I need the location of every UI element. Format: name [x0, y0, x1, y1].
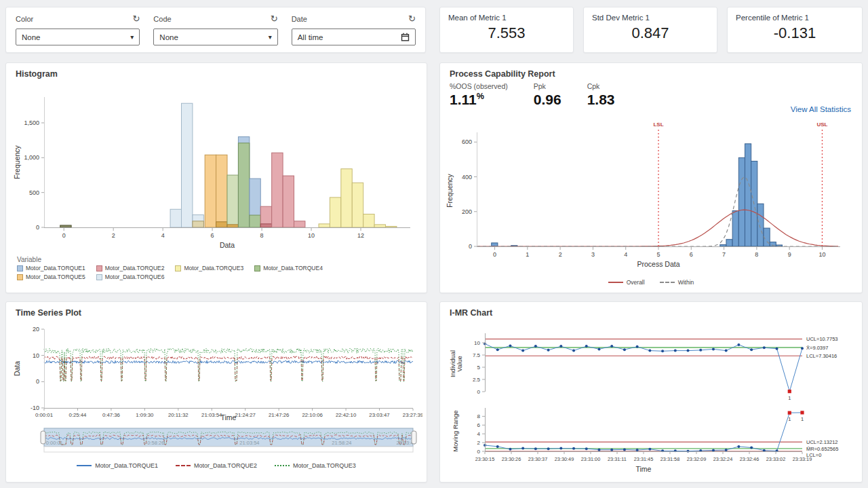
- legend-item: Overall: [608, 279, 645, 286]
- timeseries-svg: 0:00:010:25:440:47:361:09:3020:11:3221:0…: [12, 322, 422, 421]
- imr-panel: I-MR Chart 102.557.510UCL=10.7753X̄=9.03…: [439, 301, 863, 483]
- svg-text:7.5: 7.5: [473, 352, 481, 358]
- svg-text:8: 8: [755, 251, 758, 258]
- svg-text:0:25:44: 0:25:44: [68, 412, 87, 418]
- legend-line-sample: [275, 465, 290, 466]
- svg-text:2: 2: [559, 251, 562, 258]
- data-point: [509, 344, 511, 347]
- bar: [745, 144, 751, 246]
- bar: [216, 222, 227, 227]
- bar: [374, 225, 385, 227]
- svg-text:23:31:00: 23:31:00: [581, 456, 600, 462]
- svg-text:10: 10: [818, 251, 825, 258]
- data-point: [750, 348, 753, 351]
- filter-code-label: Code: [153, 15, 171, 23]
- svg-text:23:27:39: 23:27:39: [403, 412, 422, 418]
- data-point: [597, 348, 600, 350]
- svg-text:2: 2: [477, 440, 481, 446]
- data-point: [623, 348, 626, 351]
- svg-text:0: 0: [36, 224, 39, 231]
- refresh-icon[interactable]: ↻: [132, 14, 140, 23]
- svg-text:200: 200: [462, 208, 472, 215]
- refresh-icon[interactable]: ↻: [408, 14, 416, 23]
- svg-text:21:03:54: 21:03:54: [201, 412, 222, 418]
- svg-text:0:47:36: 0:47:36: [102, 412, 120, 418]
- data-point: [585, 345, 588, 348]
- data-point: [661, 350, 664, 352]
- legend-swatch: [254, 265, 260, 271]
- legend-swatch: [17, 274, 23, 280]
- data-point: [636, 345, 639, 348]
- svg-text:10: 10: [33, 352, 39, 359]
- filter-color: Color ↻ None ▾: [16, 14, 140, 45]
- svg-text:8: 8: [260, 232, 264, 239]
- stat-cpk: Cpk 1.83: [587, 82, 615, 108]
- svg-text:0: 0: [493, 251, 496, 258]
- timeseries-chart: 0:00:010:25:440:47:361:09:3020:11:3221:0…: [12, 322, 422, 424]
- filter-color-label: Color: [16, 15, 33, 23]
- svg-text:6: 6: [211, 232, 214, 239]
- dashboard: Color ↻ None ▾ Code ↻ None ▾ Date ↻: [0, 0, 868, 488]
- svg-text:500: 500: [29, 189, 39, 196]
- svg-text:23:31:11: 23:31:11: [608, 456, 627, 462]
- svg-text:USL: USL: [816, 121, 827, 128]
- imr-svg: 102.557.510UCL=10.7753X̄=9.0397LCL=7.304…: [443, 318, 861, 481]
- capability-chart: LSLUSL0123456789100200400600Process Data…: [444, 120, 859, 282]
- svg-text:1: 1: [788, 395, 791, 401]
- svg-text:20: 20: [33, 326, 39, 333]
- bar: [205, 155, 216, 227]
- navigator-svg[interactable]: 0:00:010:58:2621:03:5421:58:2423:03:47: [12, 426, 422, 454]
- data-point: [737, 445, 740, 448]
- legend-line-sample: [660, 282, 675, 283]
- chevron-down-icon: ▾: [130, 33, 134, 41]
- legend-line-sample: [608, 282, 623, 283]
- series-Motor_Data.TORQUE2: [44, 356, 413, 381]
- svg-text:Time: Time: [636, 465, 652, 473]
- code-select[interactable]: None ▾: [153, 29, 277, 45]
- data-point: [496, 348, 499, 351]
- navigator-handle-right[interactable]: [412, 431, 416, 444]
- bar: [720, 244, 726, 246]
- timeseries-panel: Time Series Plot 0:00:010:25:440:47:361:…: [5, 301, 427, 483]
- data-point: [763, 346, 766, 349]
- data-point: [572, 350, 575, 352]
- page-title-imr: I-MR Chart: [440, 302, 862, 318]
- color-select[interactable]: None ▾: [16, 29, 140, 45]
- legend-item: Motor_Data.TORQUE1: [77, 462, 158, 469]
- svg-text:0: 0: [469, 243, 472, 250]
- filter-bar: Color ↻ None ▾ Code ↻ None ▾ Date ↻: [5, 7, 426, 53]
- refresh-icon[interactable]: ↻: [271, 14, 278, 23]
- date-picker[interactable]: All time: [292, 29, 416, 45]
- navigator-handle-left[interactable]: [41, 431, 45, 444]
- kpi-label: Std Dev Metric 1: [592, 14, 709, 22]
- svg-text:22:10:06: 22:10:06: [302, 412, 322, 418]
- bar: [170, 209, 181, 227]
- legend-line-sample: [176, 465, 191, 466]
- bar: [757, 204, 764, 246]
- view-all-statistics-link[interactable]: View All Statistics: [791, 105, 851, 113]
- data-point: [610, 449, 613, 451]
- svg-text:10: 10: [474, 340, 480, 346]
- kpi-card-percentile: Percentile of Metric 1 -0.131: [727, 7, 863, 53]
- curve-within: [477, 177, 838, 246]
- data-point: [496, 445, 499, 448]
- legend-swatch: [17, 265, 23, 271]
- svg-text:23:33:02: 23:33:02: [766, 456, 785, 462]
- stat-oos: %OOS (observed) 1.11%: [450, 82, 508, 108]
- svg-text:Time: Time: [221, 413, 237, 421]
- data-point: [509, 448, 511, 451]
- ooc-point: [788, 390, 791, 393]
- imr-chart: 102.557.510UCL=10.7753X̄=9.0397LCL=7.304…: [443, 318, 861, 484]
- svg-text:21:47:26: 21:47:26: [269, 412, 289, 418]
- kpi-label: Percentile of Metric 1: [736, 14, 854, 22]
- series-line: [485, 344, 802, 392]
- svg-text:22:42:10: 22:42:10: [336, 412, 357, 418]
- data-point: [687, 350, 690, 352]
- bar: [352, 183, 363, 227]
- filter-code: Code ↻ None ▾: [153, 14, 277, 45]
- timeseries-range-selector[interactable]: 0:00:010:58:2621:03:5421:58:2423:03:47: [12, 426, 422, 457]
- svg-text:23:31:58: 23:31:58: [660, 456, 679, 462]
- svg-text:M̄R=0.652565: M̄R=0.652565: [806, 446, 838, 452]
- svg-text:23:30:15: 23:30:15: [475, 456, 494, 462]
- bar: [363, 214, 374, 227]
